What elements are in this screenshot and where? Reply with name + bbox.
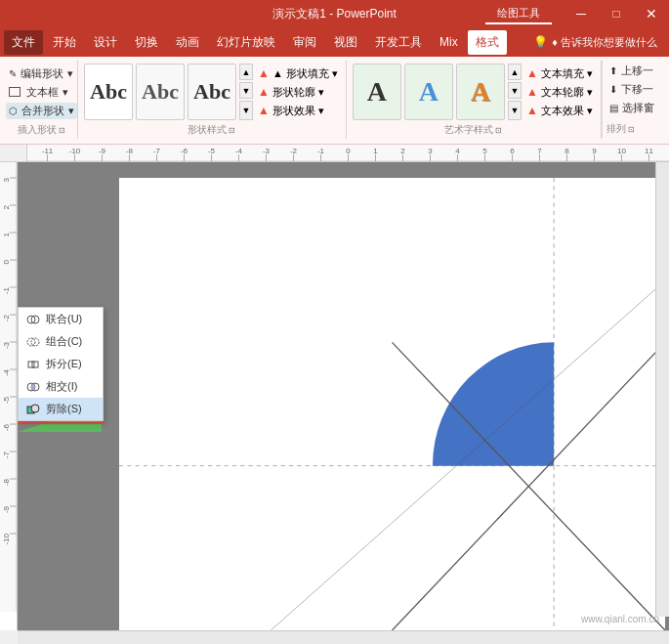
svg-rect-5 — [32, 362, 38, 367]
menu-item-transition[interactable]: 切换 — [127, 30, 166, 55]
doc-title: 演示文稿1 - PowerPoint — [272, 6, 397, 22]
svg-line-15 — [271, 280, 665, 630]
text-effect-icon: ▲ — [526, 104, 538, 117]
move-up-icon: ⬆ — [609, 65, 617, 76]
combine-icon — [26, 335, 40, 349]
menu-item-animation[interactable]: 动画 — [168, 30, 207, 55]
art-text-label: 艺术字样式 ⊡ — [444, 123, 502, 137]
text-fill-icon: ▲ — [526, 66, 538, 80]
dropdown-item-union[interactable]: 联合(U) — [19, 308, 103, 330]
vertical-ruler — [0, 162, 18, 630]
expand-shapes-icon[interactable]: ⊡ — [59, 126, 65, 135]
edit-shape-btn[interactable]: ✎ 编辑形状 ▾ — [6, 65, 76, 82]
dropdown-item-combine[interactable]: 组合(C) — [19, 330, 103, 353]
merge-shapes-dropdown: 联合(U) 组合(C) — [18, 307, 104, 421]
horizontal-scrollbar[interactable] — [18, 630, 669, 644]
menu-bar: 文件 开始 设计 切换 动画 幻灯片放映 审阅 视图 开发工具 Mix 格式 💡… — [0, 27, 669, 57]
expand-shape-styles-icon[interactable]: ⊡ — [229, 126, 235, 135]
art-text-2[interactable]: A — [404, 64, 453, 120]
vertical-scrollbar[interactable] — [655, 162, 669, 617]
lightbulb-icon: 💡 — [533, 35, 548, 49]
expand-arrange-icon[interactable]: ⊡ — [628, 125, 635, 134]
art-text-scroll-down[interactable]: ▼ — [508, 82, 522, 99]
horizontal-ruler — [27, 145, 669, 162]
main-area: 联合(U) 组合(C) — [0, 162, 669, 630]
fragment-icon — [26, 358, 40, 371]
menu-item-format[interactable]: 格式 — [468, 30, 507, 55]
art-text-expand[interactable]: ▼ — [508, 101, 522, 120]
arrange-group: ⬆ 上移一 ⬇ 下移一 ▤ 选择窗 排列 ⊡ — [602, 61, 669, 138]
abc-style-1[interactable]: Abc — [84, 64, 133, 120]
text-effect-btn[interactable]: ▲ 文本效果 ▾ — [524, 103, 595, 119]
maximize-btn[interactable]: □ — [599, 0, 634, 27]
art-text-scroll: ▲ ▼ ▼ — [508, 64, 522, 120]
dropdown-item-fragment[interactable]: 拆分(E) — [19, 353, 103, 375]
menu-item-design[interactable]: 设计 — [86, 30, 125, 55]
shape-fill-icon: ▲ — [258, 66, 270, 80]
menu-item-view[interactable]: 视图 — [326, 30, 365, 55]
shape-fill-btn[interactable]: ▲ ▲ 形状填充 ▾ — [256, 65, 340, 82]
move-up-btn[interactable]: ⬆ 上移一 — [606, 63, 666, 79]
shape-styles-label: 形状样式 ⊡ — [188, 123, 235, 137]
menu-item-file[interactable]: 文件 — [4, 30, 43, 55]
ruler-area — [0, 145, 669, 162]
ribbon: ✎ 编辑形状 ▾ 文本框 ▾ ⬡ 合并形状 ▾ 插入形状 ⊡ — [0, 57, 669, 145]
menu-item-slideshow[interactable]: 幻灯片放映 — [209, 30, 283, 55]
shape-fill-group: ▲ ▲ 形状填充 ▾ ▲ 形状轮廓 ▾ ▲ 形状效果 ▾ — [256, 65, 340, 119]
expand-art-icon[interactable]: ⊡ — [495, 126, 502, 135]
ruler-corner — [0, 145, 27, 162]
abc-style-3[interactable]: Abc — [188, 64, 236, 120]
shape-style-scroll: ▲ ▼ ▼ — [239, 64, 253, 120]
app-window: 演示文稿1 - PowerPoint 绘图工具 ─ □ ✕ 文件 开始 设计 切… — [0, 0, 669, 644]
shape-outline-icon: ▲ — [258, 85, 270, 99]
menu-item-mix[interactable]: Mix — [432, 31, 466, 53]
select-pane-btn[interactable]: ▤ 选择窗 — [606, 100, 666, 116]
shape-style-scroll-down[interactable]: ▼ — [239, 82, 253, 99]
select-pane-icon: ▤ — [609, 103, 618, 113]
merge-icon: ⬡ — [9, 106, 18, 116]
intersect-icon — [26, 380, 40, 394]
text-fill-btn[interactable]: ▲ 文本填充 ▾ — [524, 65, 595, 82]
watermark: www.qianl.com.cn — [581, 614, 659, 624]
dropdown-item-subtract[interactable]: 剪除(S) — [19, 398, 103, 420]
dropdown-item-intersect[interactable]: 相交(I) — [19, 375, 103, 398]
tell-me-label: ♦ 告诉我你想要做什么 — [552, 35, 657, 50]
art-text-scroll-up[interactable]: ▲ — [508, 64, 522, 80]
svg-point-9 — [31, 405, 39, 412]
art-text-group: A A A ▲ ▼ ▼ ▲ 文本填充 ▾ — [347, 61, 602, 139]
abc-style-2[interactable]: Abc — [136, 64, 185, 120]
insert-shapes-label: 插入形状 ⊡ — [18, 123, 65, 137]
union-icon — [26, 313, 40, 326]
shape-style-expand[interactable]: ▼ — [239, 101, 253, 120]
shape-outline-btn[interactable]: ▲ 形状轮廓 ▾ — [256, 84, 340, 101]
svg-rect-4 — [28, 362, 34, 367]
text-box-btn[interactable]: 文本框 ▾ — [6, 84, 76, 101]
shape-effect-icon: ▲ — [258, 104, 270, 117]
subtract-icon — [26, 403, 40, 416]
minimize-btn[interactable]: ─ — [564, 0, 599, 27]
shape-effect-btn[interactable]: ▲ 形状效果 ▾ — [256, 103, 340, 119]
close-btn[interactable]: ✕ — [634, 0, 669, 27]
textbox-icon — [9, 87, 21, 97]
tell-me-box[interactable]: 💡 ♦ 告诉我你想要做什么 — [525, 35, 665, 50]
move-down-btn[interactable]: ⬇ 下移一 — [606, 81, 666, 98]
menu-item-review[interactable]: 审阅 — [285, 30, 324, 55]
arrange-label: 排列 ⊡ — [606, 122, 666, 136]
text-outline-icon: ▲ — [526, 85, 538, 99]
menu-item-devtools[interactable]: 开发工具 — [367, 30, 430, 55]
slide-canvas[interactable] — [119, 178, 665, 630]
move-down-icon: ⬇ — [609, 84, 617, 95]
edit-shape-icon: ✎ — [9, 68, 17, 79]
shape-style-scroll-up[interactable]: ▲ — [239, 64, 253, 80]
text-outline-btn[interactable]: ▲ 文本轮廓 ▾ — [524, 84, 595, 101]
art-text-3[interactable]: A — [456, 64, 505, 120]
text-fill-group: ▲ 文本填充 ▾ ▲ 文本轮廓 ▾ ▲ 文本效果 ▾ — [524, 65, 595, 119]
menu-item-home[interactable]: 开始 — [45, 30, 84, 55]
slide-container[interactable]: 联合(U) 组合(C) — [18, 162, 669, 630]
insert-shapes-group: ✎ 编辑形状 ▾ 文本框 ▾ ⬡ 合并形状 ▾ 插入形状 ⊡ — [6, 61, 78, 139]
merge-shapes-btn[interactable]: ⬡ 合并形状 ▾ — [6, 103, 76, 119]
title-bar: 演示文稿1 - PowerPoint 绘图工具 ─ □ ✕ — [0, 0, 669, 27]
shape-styles-group: Abc Abc Abc ▲ ▼ ▼ ▲ ▲ 形状填充 ▾ — [78, 61, 347, 139]
drawing-tools-label: 绘图工具 — [485, 4, 552, 24]
art-text-1[interactable]: A — [353, 64, 401, 120]
